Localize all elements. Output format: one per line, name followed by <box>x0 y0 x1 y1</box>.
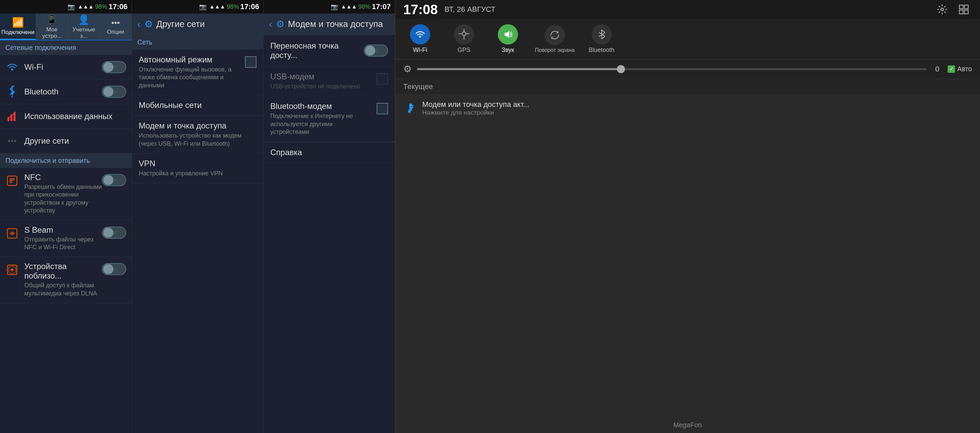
status-bar-2: 📷 ▲▲▲ 98% 17:06 <box>132 0 263 13</box>
page-header-3: ‹ ⚙ Модем и точка доступа <box>264 13 395 35</box>
tab-connections[interactable]: 📶 Подключени <box>0 13 36 40</box>
battery-text-3: 98% <box>358 3 371 10</box>
svg-point-5 <box>14 140 16 142</box>
tab-accounts[interactable]: 👤 Учетные з... <box>68 13 100 40</box>
bluetooth-toggle-knob <box>103 87 113 97</box>
status-bar-1: 📷 ▲▲▲ 98% 17:06 <box>0 0 132 13</box>
brightness-value: 0 <box>932 65 942 73</box>
bluetooth-row[interactable]: Bluetooth ○ <box>0 79 132 104</box>
other-networks-row[interactable]: Другие сети <box>0 129 132 154</box>
mobile-networks-row[interactable]: Мобильные сети <box>132 95 263 116</box>
device-icon: 📱 <box>46 14 58 25</box>
battery-text: 98% <box>95 3 107 10</box>
bluetooth-toggle[interactable]: ○ <box>102 86 126 98</box>
qs-rotate-icon <box>545 25 565 45</box>
sbeam-row[interactable]: S Beam Отправить файлы через NFC и Wi-Fi… <box>0 220 132 257</box>
time-display-3: 17:07 <box>372 2 391 11</box>
nearby-toggle[interactable]: ○ <box>102 263 126 275</box>
airplane-row[interactable]: Автономный режим Отключение функций вызо… <box>132 49 263 95</box>
svg-point-16 <box>408 110 411 113</box>
help-row[interactable]: Справка <box>264 142 395 163</box>
hotspot-toggle-knob <box>365 46 375 56</box>
wifi-row[interactable]: Wi-Fi ○ <box>0 55 132 79</box>
time-display-2: 17:06 <box>240 2 259 11</box>
qs-brightness-row: ⚙ 0 ✓ Авто <box>395 59 980 79</box>
data-usage-row[interactable]: Использование данных <box>0 104 132 129</box>
qs-tile-wifi[interactable]: Wi-Fi <box>403 24 437 54</box>
qs-auto-label: ✓ Авто <box>948 65 972 73</box>
qs-tile-gps[interactable]: GPS <box>447 24 481 54</box>
qs-bluetooth-icon <box>592 24 612 44</box>
back-button-2[interactable]: ‹ <box>137 19 140 30</box>
brightness-thumb <box>617 65 625 73</box>
grid-icon-btn[interactable] <box>956 2 972 17</box>
sbeam-toggle-knob <box>103 228 113 238</box>
wifi-toggle[interactable]: ○ <box>102 61 126 73</box>
brightness-slider[interactable] <box>417 68 927 70</box>
qs-tile-bluetooth[interactable]: Bluetooth <box>585 24 619 54</box>
usb-modem-checkbox[interactable] <box>377 73 388 85</box>
bluetooth-icon <box>5 85 19 98</box>
tab-options[interactable]: ••• Опции <box>100 13 132 40</box>
data-usage-icon <box>5 109 19 123</box>
hotspot-text: Переносная точка досту... <box>270 41 364 60</box>
qs-gps-icon <box>454 24 474 44</box>
section-header-connect: Подключиться и отправить <box>0 154 132 168</box>
qs-notif-text: Модем или точка доступа акт... Нажмите д… <box>422 100 529 116</box>
nearby-icon <box>5 263 19 276</box>
page-header-2: ‹ ⚙ Другие сети <box>132 13 263 35</box>
qs-sound-icon <box>498 24 518 44</box>
qs-tiles-row: Wi-Fi GPS Звук <box>395 19 980 59</box>
wifi-icon <box>5 60 19 74</box>
qs-auto-check: ✓ <box>948 65 955 73</box>
panel-tethering: 📷 ▲▲▲ 98% 17:07 ‹ ⚙ Модем и точка доступ… <box>263 0 395 433</box>
svg-rect-6 <box>8 176 17 186</box>
options-icon: ••• <box>111 18 120 28</box>
qs-wifi-icon <box>410 24 430 44</box>
qs-tile-rotate[interactable]: Поворот экрана <box>535 25 575 53</box>
bt-modem-checkbox[interactable] <box>377 103 388 114</box>
nearby-row[interactable]: Устройства поблизо... Общий доступ к фай… <box>0 257 132 303</box>
nearby-text: Устройства поблизо... Общий доступ к фай… <box>24 262 102 297</box>
vpn-row[interactable]: VPN Настройка и управление VPN <box>132 154 263 183</box>
camera-icon-3: 📷 <box>331 3 338 10</box>
svg-point-3 <box>8 140 10 142</box>
airplane-checkbox[interactable] <box>245 56 256 68</box>
back-button-3[interactable]: ‹ <box>269 19 272 30</box>
camera-icon: 📷 <box>67 3 75 10</box>
usb-tethering-icon <box>403 102 417 115</box>
hotspot-toggle[interactable]: ○ <box>364 44 388 57</box>
other-networks-text: Другие сети <box>24 136 126 146</box>
svg-rect-11 <box>959 5 963 9</box>
wifi-toggle-knob <box>103 62 113 72</box>
accounts-icon: 👤 <box>78 14 90 25</box>
battery-text-2: 98% <box>227 3 239 10</box>
brightness-gear-icon[interactable]: ⚙ <box>403 63 412 75</box>
svg-point-4 <box>11 140 13 142</box>
carrier-label: MegaFon <box>395 417 980 433</box>
tethering-row[interactable]: Модем и точка доступа Использовать устро… <box>132 116 263 154</box>
svg-point-10 <box>941 8 943 11</box>
nfc-text: NFC Разрешить обмен данными при прикосно… <box>24 173 102 215</box>
portable-hotspot-row[interactable]: Переносная точка досту... ○ <box>264 35 395 67</box>
qs-tile-sound[interactable]: Звук <box>491 24 525 54</box>
nfc-toggle-knob <box>103 175 113 185</box>
qs-date: ВТ, 26 АВГУСТ <box>444 5 934 14</box>
data-usage-text: Использование данных <box>24 112 126 121</box>
signal-icon: ▲▲▲ <box>78 4 94 10</box>
usb-modem-row[interactable]: USB-модем USB-устройство не подключено <box>264 67 395 96</box>
nfc-row[interactable]: NFC Разрешить обмен данными при прикосно… <box>0 168 132 220</box>
status-bar-3: 📷 ▲▲▲ 98% 17:07 <box>264 0 395 13</box>
settings-icon-btn[interactable] <box>934 2 950 17</box>
qs-status-bar: 17:08 ВТ, 26 АВГУСТ <box>395 0 980 19</box>
qs-notification[interactable]: Модем или точка доступа акт... Нажмите д… <box>395 95 980 122</box>
bt-modem-row[interactable]: Bluetooth-модем Подключение к Интернету … <box>264 96 395 142</box>
sbeam-toggle[interactable]: ○ <box>102 227 126 239</box>
camera-icon-2: 📷 <box>199 3 207 10</box>
signal-icon-3: ▲▲▲ <box>341 4 357 10</box>
svg-point-9 <box>11 268 13 271</box>
time-display-1: 17:06 <box>109 2 127 11</box>
nfc-toggle[interactable]: ○ <box>102 174 126 186</box>
tab-my-device[interactable]: 📱 Мое устро... <box>36 13 68 40</box>
panel-other-networks: 📷 ▲▲▲ 98% 17:06 ‹ ⚙ Другие сети Сеть Авт… <box>132 0 263 433</box>
